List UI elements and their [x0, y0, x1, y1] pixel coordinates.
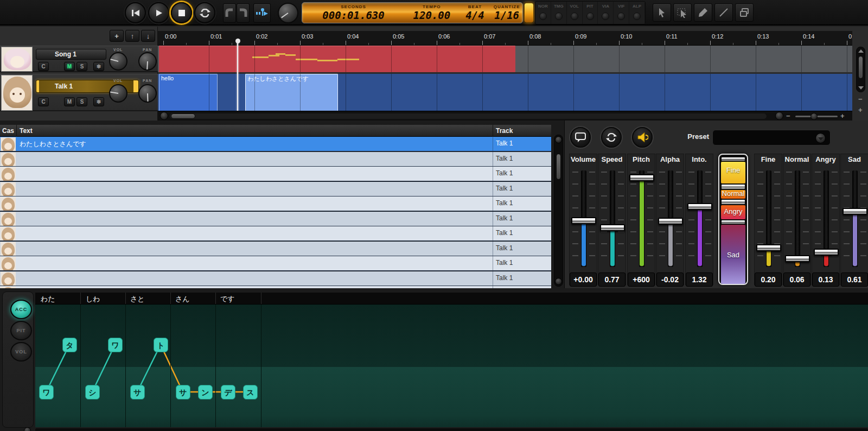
- cast-avatar-talk[interactable]: [1, 75, 33, 111]
- track-name-song1[interactable]: Song 1: [36, 49, 106, 60]
- move-track-down-button[interactable]: ↓: [141, 30, 155, 42]
- param-toggle-knob[interactable]: [571, 12, 578, 20]
- zoom-in-icon[interactable]: +: [840, 112, 845, 120]
- accent-node-low[interactable]: ン: [198, 385, 213, 400]
- accent-node-high[interactable]: ワ: [108, 338, 123, 352]
- zoom-out-icon[interactable]: −: [786, 112, 790, 120]
- rewind-to-start-button[interactable]: [125, 2, 146, 23]
- accent-node-low[interactable]: ワ: [39, 385, 54, 400]
- track2-volume-knob[interactable]: [109, 84, 127, 103]
- row-cast-avatar[interactable]: [1, 197, 16, 211]
- slider-thumb[interactable]: [843, 208, 867, 215]
- table-row[interactable]: わたしわさとさんですTalk 1: [0, 137, 551, 151]
- emotion-zone-angry[interactable]: Angry: [721, 205, 745, 219]
- line-tool-button[interactable]: [714, 3, 733, 22]
- table-row[interactable]: Talk 1: [0, 271, 551, 286]
- param-toggle-knob[interactable]: [633, 12, 641, 20]
- accent-node-high[interactable]: タ: [62, 338, 77, 352]
- table-row[interactable]: Talk 1: [0, 197, 551, 211]
- scroll-down-icon[interactable]: [858, 86, 864, 90]
- master-volume-knob[interactable]: [278, 3, 298, 23]
- slider-thumb[interactable]: [600, 224, 625, 231]
- table-row[interactable]: Talk 1: [0, 152, 551, 167]
- slider-track[interactable]: [795, 170, 800, 267]
- track1-solo-button[interactable]: S: [76, 62, 87, 71]
- track2-pan-knob[interactable]: [138, 84, 157, 103]
- param-toggle-knob[interactable]: [586, 12, 594, 20]
- timeline-ruler[interactable]: 0:000:010:020:030:040:050:060:070:080:09…: [158, 31, 852, 46]
- param-toggle-vol[interactable]: VOL: [567, 2, 583, 24]
- scroll-left-button[interactable]: [160, 112, 168, 120]
- talk-clip[interactable]: わたしわさとさんです: [245, 74, 338, 111]
- pencil-tool-button[interactable]: [694, 3, 712, 22]
- h-scroll-thumb[interactable]: [171, 113, 195, 119]
- param-toggle-knob[interactable]: [539, 12, 547, 20]
- h-zoom-reset-button[interactable]: [775, 112, 783, 120]
- param-toggle-vif[interactable]: VIF: [614, 2, 629, 24]
- emotion-divider-thumb[interactable]: [721, 157, 745, 161]
- param-toggle-pit[interactable]: PIT: [583, 2, 598, 24]
- emotion-zone-sad[interactable]: Sad: [721, 225, 745, 284]
- slider-thumb[interactable]: [785, 255, 810, 262]
- track1-freeze-button[interactable]: ❄: [93, 62, 104, 71]
- slider-thumb[interactable]: [756, 244, 781, 251]
- accent-node-low[interactable]: デ: [221, 385, 235, 400]
- track-v-scrollbar[interactable]: [856, 47, 865, 92]
- param-toggle-knob[interactable]: [555, 12, 563, 20]
- cursor-tool-button[interactable]: [653, 3, 671, 22]
- param-toggle-knob[interactable]: [617, 12, 625, 20]
- cast-avatar-song[interactable]: [1, 47, 33, 72]
- song-track-lane[interactable]: [158, 46, 852, 72]
- slider-thumb[interactable]: [571, 217, 596, 224]
- preset-dropdown[interactable]: [712, 130, 831, 145]
- track1-volume-knob[interactable]: [109, 52, 127, 71]
- row-cast-avatar[interactable]: [1, 212, 16, 226]
- track2-c-button[interactable]: C: [38, 97, 49, 106]
- emotion-divider-thumb[interactable]: [721, 184, 745, 189]
- table-row[interactable]: Talk 1: [0, 212, 551, 226]
- h-scroll-track[interactable]: [170, 113, 767, 119]
- stop-button[interactable]: [171, 2, 192, 23]
- v-zoom-in-icon[interactable]: +: [858, 106, 863, 114]
- track2-mute-button[interactable]: M: [64, 97, 75, 106]
- row-cast-avatar[interactable]: [1, 272, 16, 286]
- loop-button[interactable]: [194, 2, 215, 23]
- param-toggle-nor[interactable]: NOR: [535, 2, 551, 24]
- layers-tool-button[interactable]: [735, 3, 754, 22]
- table-v-scroll-thumb[interactable]: [556, 154, 561, 180]
- speaker-button[interactable]: [632, 127, 653, 148]
- track1-c-button[interactable]: C: [38, 62, 49, 71]
- editor-tab-pit[interactable]: PIT: [10, 321, 32, 340]
- row-cast-avatar[interactable]: [1, 257, 16, 270]
- add-track-button[interactable]: +: [110, 30, 124, 42]
- preset-dropdown-arrow[interactable]: [815, 133, 826, 143]
- param-toggle-tmg[interactable]: TMG: [551, 2, 567, 24]
- talk-track-lane[interactable]: helloわたしわさとさんです: [158, 74, 852, 111]
- row-cast-avatar[interactable]: [1, 227, 16, 240]
- track2-solo-button[interactable]: S: [76, 97, 87, 106]
- emotion-divider-thumb[interactable]: [721, 199, 745, 205]
- playhead-handle[interactable]: [235, 39, 240, 43]
- row-cast-avatar[interactable]: [1, 153, 16, 166]
- h-zoom-slider-thumb[interactable]: [810, 113, 818, 120]
- v-zoom-out-icon[interactable]: −: [858, 95, 863, 103]
- accent-graph-area[interactable]: ワタシワサトサンデス: [35, 305, 868, 427]
- table-row[interactable]: Talk 1: [0, 167, 551, 181]
- table-row[interactable]: Talk 1: [0, 242, 551, 256]
- slider-thumb[interactable]: [687, 203, 712, 210]
- table-row[interactable]: Talk 1: [0, 256, 551, 271]
- play-button[interactable]: [148, 2, 169, 23]
- move-track-up-button[interactable]: ↑: [125, 30, 139, 42]
- accent-node-low[interactable]: サ: [130, 385, 145, 400]
- emotion-mixer-bar[interactable]: FineNormalAngrySad: [718, 154, 748, 285]
- editor-tab-acc[interactable]: ACC: [10, 300, 32, 319]
- table-row[interactable]: Talk 1: [0, 226, 551, 241]
- table-scroll-down-button[interactable]: [555, 278, 562, 285]
- song-clip[interactable]: [159, 46, 515, 72]
- speech-bubble-button[interactable]: [570, 127, 591, 148]
- table-v-scrollbar[interactable]: [554, 135, 563, 287]
- emotion-zone-fine[interactable]: Fine: [721, 162, 745, 183]
- marquee-tool-button[interactable]: [673, 3, 692, 22]
- param-toggle-alp[interactable]: ALP: [629, 2, 645, 24]
- table-scroll-up-button[interactable]: [555, 136, 562, 143]
